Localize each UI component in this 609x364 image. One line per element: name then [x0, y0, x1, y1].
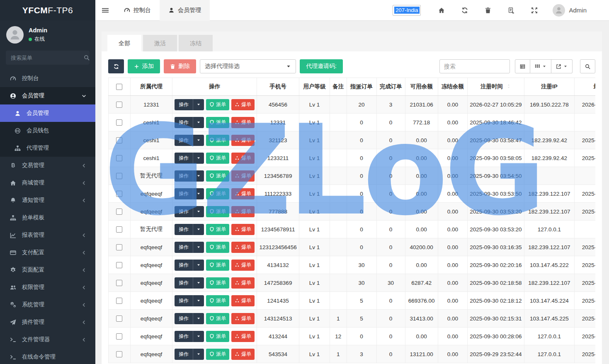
row-action-dropdown[interactable]: 操作	[175, 242, 204, 253]
row-checkbox[interactable]	[116, 315, 122, 322]
row-checkbox[interactable]	[116, 351, 122, 357]
row-burst-button[interactable]: 爆单	[231, 188, 255, 199]
sidebar-search-input[interactable]	[11, 55, 84, 61]
trash-icon[interactable]	[476, 7, 500, 14]
sidebar-item-10[interactable]: 系统管理	[0, 296, 95, 313]
row-action-dropdown[interactable]: 操作	[175, 224, 204, 235]
row-checkbox[interactable]	[116, 119, 122, 126]
columns-button[interactable]	[530, 59, 551, 73]
row-dispatch-button[interactable]: 派单	[206, 242, 229, 253]
sidebar-item-4[interactable]: 通知管理	[0, 192, 95, 209]
sidebar-item-13[interactable]: 在线命令管理	[0, 348, 95, 364]
refresh-button[interactable]	[108, 59, 124, 73]
row-burst-button[interactable]: 爆单	[231, 313, 255, 324]
row-checkbox[interactable]	[116, 280, 122, 286]
row-dispatch-button[interactable]: 派单	[206, 170, 229, 182]
select-all-checkbox[interactable]	[116, 84, 122, 90]
row-action-dropdown[interactable]: 操作	[175, 117, 204, 128]
sidebar-item-5[interactable]: 抢单模板	[0, 209, 95, 226]
export-button[interactable]	[551, 59, 573, 73]
row-action-dropdown[interactable]: 操作	[175, 99, 204, 110]
row-dispatch-button[interactable]: 派单	[206, 349, 229, 360]
row-dispatch-button[interactable]: 派单	[206, 224, 229, 235]
row-checkbox[interactable]	[116, 191, 122, 197]
row-dispatch-button[interactable]: 派单	[206, 277, 229, 289]
row-checkbox[interactable]	[116, 226, 122, 233]
row-action-dropdown[interactable]: 操作	[175, 313, 204, 324]
sidebar-item-12[interactable]: 文件管理器	[0, 331, 95, 348]
sidebar-item-8[interactable]: 页面配置	[0, 261, 95, 279]
row-dispatch-button[interactable]: 派单	[206, 135, 229, 146]
search-button[interactable]	[580, 59, 595, 73]
sidebar-item-1-1[interactable]: 会员钱包	[0, 122, 95, 139]
row-checkbox[interactable]	[116, 173, 122, 179]
row-checkbox[interactable]	[116, 209, 122, 215]
filter-tab-0[interactable]: 全部	[107, 35, 141, 51]
row-burst-button[interactable]: 爆单	[231, 260, 255, 271]
sidebar-toggle-icon[interactable]	[95, 7, 115, 14]
row-action-dropdown[interactable]: 操作	[175, 331, 204, 342]
row-dispatch-button[interactable]: 派单	[206, 313, 229, 324]
sidebar-item-1[interactable]: 会员管理	[0, 87, 95, 104]
row-action-dropdown[interactable]: 操作	[175, 188, 204, 199]
row-action-dropdown[interactable]: 操作	[175, 135, 204, 146]
filter-tab-1[interactable]: 激活	[143, 35, 177, 51]
clear-cache-icon[interactable]	[500, 7, 523, 14]
row-burst-button[interactable]: 爆单	[231, 242, 255, 253]
row-checkbox[interactable]	[116, 244, 122, 250]
row-burst-button[interactable]: 爆单	[231, 277, 255, 289]
row-checkbox[interactable]	[116, 102, 122, 108]
sidebar-item-3[interactable]: 商城管理	[0, 174, 95, 192]
row-burst-button[interactable]: 爆单	[231, 295, 255, 306]
row-action-dropdown[interactable]: 操作	[175, 206, 204, 217]
sidebar-item-1-2[interactable]: 代理管理	[0, 139, 95, 157]
row-checkbox[interactable]	[116, 298, 122, 304]
row-burst-button[interactable]: 爆单	[231, 117, 255, 128]
row-burst-button[interactable]: 爆单	[231, 224, 255, 235]
invite-code-button[interactable]: 代理邀请码:	[300, 59, 343, 73]
row-dispatch-button[interactable]: 派单	[206, 99, 229, 110]
row-burst-button[interactable]: 爆单	[231, 206, 255, 217]
row-burst-button[interactable]: 爆单	[231, 153, 255, 164]
row-dispatch-button[interactable]: 派单	[206, 295, 229, 306]
row-dispatch-button[interactable]: 派单	[206, 153, 229, 164]
row-burst-button[interactable]: 爆单	[231, 135, 255, 146]
add-button[interactable]: 添加	[128, 59, 160, 73]
sort-icon[interactable]	[506, 84, 511, 89]
row-checkbox[interactable]	[116, 155, 122, 161]
row-dispatch-button[interactable]: 派单	[206, 117, 229, 128]
sidebar-item-11[interactable]: 插件管理	[0, 313, 95, 331]
sidebar-item-9[interactable]: 权限管理	[0, 279, 95, 296]
delete-button[interactable]: 删除	[164, 59, 196, 73]
row-action-dropdown[interactable]: 操作	[175, 349, 204, 360]
nav-tab-1[interactable]: 会员管理	[160, 0, 210, 21]
row-checkbox[interactable]	[116, 137, 122, 143]
row-checkbox[interactable]	[116, 262, 122, 268]
agent-filter-select[interactable]: 选择代理筛选	[200, 59, 296, 73]
table-search-input[interactable]	[439, 59, 510, 73]
row-action-dropdown[interactable]: 操作	[175, 277, 204, 289]
fullscreen-icon[interactable]	[523, 7, 546, 14]
row-burst-button[interactable]: 爆单	[231, 99, 255, 110]
detail-view-button[interactable]	[515, 59, 530, 73]
nav-tab-0[interactable]: 控制台	[115, 0, 160, 21]
row-burst-button[interactable]: 爆单	[231, 331, 255, 342]
column-header-9[interactable]: 注册时间	[467, 78, 524, 96]
row-burst-button[interactable]: 爆单	[231, 170, 255, 182]
row-dispatch-button[interactable]: 派单	[206, 331, 229, 342]
refresh-icon[interactable]	[453, 7, 476, 14]
row-action-dropdown[interactable]: 操作	[175, 170, 204, 182]
sidebar-item-0[interactable]: 控制台	[0, 70, 95, 87]
navbar-user-menu[interactable]: Admin	[546, 4, 593, 17]
row-dispatch-button[interactable]: 派单	[206, 206, 229, 217]
sidebar-item-1-0[interactable]: 会员管理	[0, 104, 95, 122]
sidebar-item-6[interactable]: 报表管理	[0, 226, 95, 244]
filter-tab-2[interactable]: 冻结	[179, 35, 213, 51]
row-action-dropdown[interactable]: 操作	[175, 153, 204, 164]
row-action-dropdown[interactable]: 操作	[175, 295, 204, 306]
sidebar-item-2[interactable]: 交易管理	[0, 157, 95, 174]
row-dispatch-button[interactable]: 派单	[206, 188, 229, 199]
row-burst-button[interactable]: 爆单	[231, 349, 255, 360]
row-checkbox[interactable]	[116, 333, 122, 340]
home-icon[interactable]	[430, 7, 453, 14]
